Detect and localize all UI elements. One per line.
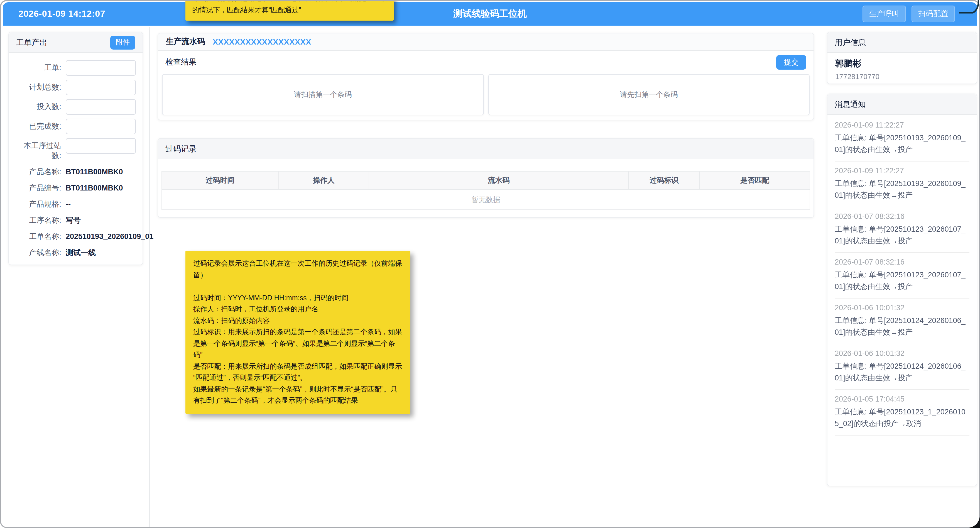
serial-code-value: XXXXXXXXXXXXXXXXXX <box>213 37 311 46</box>
info-row-work-order-name: 工单名称: 202510193_20260109_01 <box>16 231 136 242</box>
note-line <box>193 281 402 292</box>
product-spec-value: -- <box>66 199 71 210</box>
info-row-line-name: 产线名称: 测试一线 <box>16 247 136 258</box>
notification-text: 工单信息: 单号[202510193_20260109_01]的状态由生效→投产 <box>835 178 969 201</box>
submit-button[interactable]: 提交 <box>776 55 806 70</box>
note-line: 过码时间：YYYY-MM-DD HH:mm:ss，扫码的时间 <box>193 292 402 304</box>
form-row-work-order: 工单: <box>16 60 136 76</box>
notification-item[interactable]: 2026-01-06 10:01:32 工单信息: 单号[202510124_2… <box>835 344 969 390</box>
work-order-panel-title: 工单产出 <box>16 32 47 52</box>
notification-item[interactable]: 2026-01-09 11:22:27 工单信息: 单号[202510193_2… <box>835 162 969 207</box>
col-operator: 操作人 <box>278 171 369 190</box>
info-row-product-spec: 产品规格: -- <box>16 199 136 210</box>
notification-item[interactable]: 2026-01-09 11:22:27 工单信息: 单号[202510193_2… <box>835 116 969 162</box>
note-line: 过码记录会展示这台工位机在这一次工作的历史过码记录（仅前端保留） <box>193 258 402 281</box>
check-result-title: 检查结果 <box>165 57 197 67</box>
user-info-card: 用户信息 郭鹏彬 17728170770 <box>827 32 977 84</box>
top-header-bar: 2026-01-09 14:12:07 测试线验码工位机 生产呼叫 扫码配置 <box>3 2 977 25</box>
notification-time: 2026-01-06 10:01:32 <box>835 349 969 358</box>
product-name-value: BT011B00MBK0 <box>66 167 123 177</box>
notification-text: 工单信息: 单号[202510193_20260109_01]的状态由生效→投产 <box>835 132 969 155</box>
notification-time: 2026-01-09 11:22:27 <box>835 167 969 175</box>
work-order-name-label: 工单名称: <box>16 231 66 242</box>
scan-boxes: 请扫描第一个条码 请先扫第一个条码 <box>158 70 813 115</box>
user-name: 郭鹏彬 <box>835 58 969 70</box>
product-code-value: BT011B00MBK0 <box>66 183 123 193</box>
notification-item[interactable]: 2026-01-07 08:32:16 工单信息: 单号[202510123_2… <box>835 207 969 253</box>
col-pass-flag: 过码标识 <box>628 171 700 190</box>
pass-record-card: 过码记录 过码时间 操作人 流水码 过码标识 <box>158 138 814 218</box>
notification-item[interactable]: 2026-01-07 08:32:16 工单信息: 单号[202510123_2… <box>835 253 969 299</box>
check-result-card: 生产流水码 XXXXXXXXXXXXXXXXXX 检查结果 提交 请扫描第一个条… <box>158 33 814 120</box>
right-column-divider <box>821 27 821 527</box>
form-row-input-qty: 投入数: <box>16 99 136 115</box>
plan-total-input[interactable] <box>66 80 136 95</box>
notification-time: 2026-01-05 17:04:45 <box>835 395 969 403</box>
note-line: 如果最新的一条记录是“第一个条码”，则此时不显示“是否匹配”。只有扫到了“第二个… <box>193 383 402 406</box>
notification-text: 工单信息: 单号[202510123_20260107_01]的状态由生效→投产 <box>835 269 969 293</box>
note-line: 过码标识：用来展示所扫的条码是第一个条码还是第二个条码，如果是第一个条码则显示“… <box>193 326 402 361</box>
info-row-product-code: 产品编号: BT011B00MBK0 <box>16 183 136 193</box>
notifications-title: 消息通知 <box>835 94 866 114</box>
work-order-input[interactable] <box>66 60 136 76</box>
note-annotation: 过码记录会展示这台工位机在这一次工作的历史过码记录（仅前端保留） 过码时间：YY… <box>185 251 410 413</box>
line-name-label: 产线名称: <box>16 247 66 258</box>
left-column-divider <box>149 27 150 527</box>
scan-config-button[interactable]: 扫码配置 <box>912 6 955 22</box>
input-qty-label: 投入数: <box>16 99 66 115</box>
first-barcode-box[interactable]: 请扫描第一个条码 <box>162 74 484 115</box>
form-row-station-pass-qty: 本工序过站数: <box>16 138 136 161</box>
completed-qty-label: 已完成数: <box>16 119 66 134</box>
product-spec-label: 产品规格: <box>16 199 66 210</box>
info-row-process-name: 工序名称: 写号 <box>16 215 136 226</box>
product-name-label: 产品名称: <box>16 167 66 177</box>
serial-code-row: 生产流水码 XXXXXXXXXXXXXXXXXX <box>158 33 813 51</box>
empty-data-text: 暂无数据 <box>162 190 810 210</box>
info-row-product-name: 产品名称: BT011B00MBK0 <box>16 167 136 177</box>
content-area: 工单产出 附件 工单: 计划总数: 投入数: <box>1 27 979 527</box>
serial-code-label: 生产流水码 <box>166 37 205 47</box>
second-barcode-box[interactable]: 请先扫第一个条码 <box>488 74 810 115</box>
attachment-button[interactable]: 附件 <box>110 35 135 49</box>
plan-total-label: 计划总数: <box>16 80 66 95</box>
work-order-output-panel: 工单产出 附件 工单: 计划总数: 投入数: <box>8 32 143 265</box>
user-info-body: 郭鹏彬 17728170770 <box>827 53 977 86</box>
notification-text: 工单信息: 单号[202510124_20260106_01]的状态由生效→投产 <box>835 315 969 338</box>
clock: 2026-01-09 14:12:07 <box>18 9 105 19</box>
pass-record-title: 过码记录 <box>165 139 197 159</box>
work-order-label: 工单: <box>16 60 66 76</box>
user-info-header: 用户信息 <box>827 32 977 53</box>
col-pass-time: 过码时间 <box>162 171 278 190</box>
station-pass-qty-input[interactable] <box>66 138 136 154</box>
notifications-header: 消息通知 <box>827 94 977 115</box>
notification-item[interactable]: 2026-01-05 17:04:45 工单信息: 单号[202510123_1… <box>835 390 969 436</box>
notification-text: 工单信息: 单号[202510123_20260107_01]的状态由生效→投产 <box>835 223 969 247</box>
notification-time: 2026-01-07 08:32:16 <box>835 212 969 221</box>
line-name-value: 测试一线 <box>66 247 96 258</box>
notification-text: 工单信息: 单号[202510123_1_20260105_02]的状态由投产→… <box>835 406 969 429</box>
process-name-label: 工序名称: <box>16 215 66 226</box>
app-window: 2026-01-09 14:12:07 测试线验码工位机 生产呼叫 扫码配置 工… <box>0 0 980 528</box>
notifications-card: 消息通知 2026-01-09 11:22:27 工单信息: 单号[202510… <box>827 94 977 486</box>
table-header-row: 过码时间 操作人 流水码 过码标识 是否匹配 <box>162 171 810 190</box>
col-serial-code: 流水码 <box>369 171 628 190</box>
user-phone: 17728170770 <box>835 72 969 81</box>
notifications-list: 2026-01-09 11:22:27 工单信息: 单号[202510193_2… <box>827 115 977 441</box>
input-qty-input[interactable] <box>66 99 136 115</box>
station-pass-qty-label: 本工序过站数: <box>16 138 66 161</box>
production-call-button[interactable]: 生产呼叫 <box>862 6 906 22</box>
empty-row: 暂无数据 <box>162 190 810 210</box>
process-name-value: 写号 <box>66 215 81 226</box>
header-actions: 生产呼叫 扫码配置 <box>862 6 955 22</box>
col-match-result: 是否匹配 <box>700 171 810 190</box>
note-line: 操作人：扫码时，工位机所登录的用户名 <box>193 304 402 315</box>
page-title: 测试线验码工位机 <box>3 8 977 20</box>
completed-qty-input[interactable] <box>66 119 136 134</box>
notification-text: 工单信息: 单号[202510124_20260106_01]的状态由生效→投产 <box>835 360 969 384</box>
work-order-form: 工单: 计划总数: 投入数: 已完成数: <box>9 53 143 264</box>
notification-item[interactable]: 2026-01-06 10:01:32 工单信息: 单号[202510124_2… <box>835 299 969 344</box>
work-order-panel-header: 工单产出 附件 <box>9 32 143 53</box>
notification-time: 2026-01-07 08:32:16 <box>835 258 969 266</box>
form-row-plan-total: 计划总数: <box>16 80 136 95</box>
tooltip-annotation: 每次扫码都会往过站记录中添加记录，只有在两个码都完全一致的情况下，匹配结果才算“… <box>185 0 394 21</box>
